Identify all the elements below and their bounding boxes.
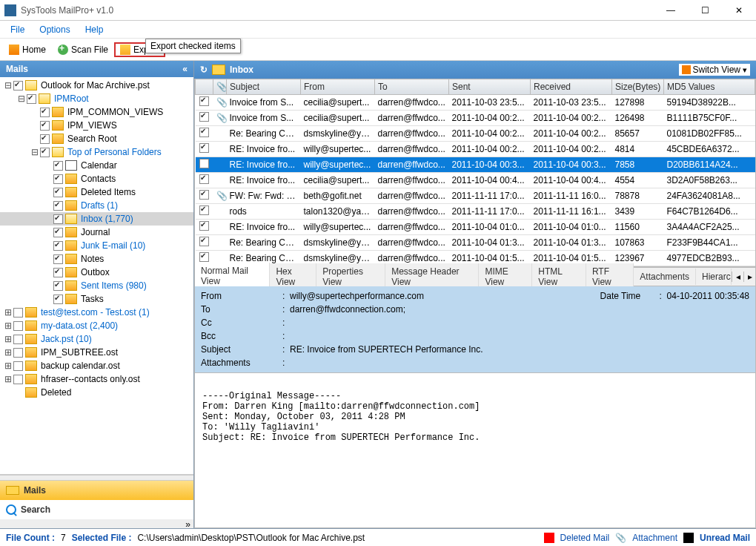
tree-ipm-common-views[interactable]: IPM_COMMON_VIEWS: [0, 105, 193, 119]
folder-tree[interactable]: ⊟Outlook for Mac Archive.pst ⊟IPMRoot IP…: [0, 77, 193, 474]
tree-tasks[interactable]: Tasks: [0, 292, 193, 306]
checkbox[interactable]: [40, 148, 50, 157]
row-checkbox[interactable]: [199, 112, 209, 122]
tree-sent[interactable]: Sent Items (980): [0, 279, 193, 292]
tree-file-backup[interactable]: ⊞backup calendar.ost: [0, 359, 193, 372]
checkbox[interactable]: [53, 281, 63, 291]
splitter-handle[interactable]: [0, 475, 193, 481]
mail-row[interactable]: RE: Invoice fro...willy@supertec...darre…: [196, 142, 755, 157]
col-sent[interactable]: Sent: [449, 79, 531, 95]
checkbox[interactable]: [53, 214, 63, 224]
tree-ipm-views[interactable]: IPM_VIEWS: [0, 119, 193, 132]
row-checkbox[interactable]: [199, 128, 209, 137]
col-to[interactable]: To: [375, 79, 449, 95]
tree-contacts[interactable]: Contacts: [0, 172, 193, 185]
checkbox[interactable]: [53, 188, 63, 197]
col-received[interactable]: Received: [531, 79, 612, 95]
tab-scroll-right[interactable]: ▸: [743, 272, 755, 282]
tree-journal[interactable]: Journal: [0, 226, 193, 239]
checkbox[interactable]: [53, 254, 63, 264]
row-checkbox[interactable]: [199, 174, 209, 184]
row-checkbox[interactable]: [199, 143, 209, 153]
checkbox[interactable]: [13, 375, 23, 384]
tree-file-ipm-subtree[interactable]: ⊞IPM_SUBTREE.ost: [0, 346, 193, 359]
row-attach-icon: [213, 220, 227, 235]
collapse-sidebar-icon[interactable]: «: [182, 64, 188, 74]
col-subject[interactable]: Subject: [227, 79, 301, 95]
tab-scroll-left[interactable]: ◂: [732, 272, 743, 282]
mail-row[interactable]: 📎Invoice from S...cecilia@supert...darre…: [196, 111, 755, 126]
checkbox[interactable]: [40, 108, 50, 117]
col-from[interactable]: From: [301, 79, 375, 95]
tree-file-jack[interactable]: ⊞Jack.pst (10): [0, 332, 193, 346]
tree-root[interactable]: ⊟Outlook for Mac Archive.pst: [0, 79, 193, 92]
tree-notes[interactable]: Notes: [0, 252, 193, 266]
mail-row[interactable]: 📎Invoice from S...cecilia@supert...darre…: [196, 95, 755, 111]
menu-file[interactable]: File: [3, 23, 32, 36]
nav-overflow[interactable]: »: [0, 519, 193, 528]
tree-calendar[interactable]: Calendar: [0, 159, 193, 172]
checkbox[interactable]: [53, 161, 63, 171]
maximize-button[interactable]: ☐: [688, 0, 722, 21]
row-checkbox[interactable]: [199, 205, 209, 215]
row-checkbox[interactable]: [199, 96, 209, 106]
tree-file-hfraser[interactable]: ⊞hfraser--contacts only.ost: [0, 372, 193, 386]
row-checkbox[interactable]: [199, 252, 209, 262]
mail-row[interactable]: 📎FW: Fw: Fwd: F...beth@gofit.netdarren@f…: [196, 188, 755, 204]
col-md5[interactable]: MD5 Values: [664, 79, 755, 95]
menu-help[interactable]: Help: [78, 23, 111, 36]
checkbox[interactable]: [53, 228, 63, 237]
minimize-button[interactable]: —: [654, 0, 688, 21]
mail-body[interactable]: -----Original Message----- From: Darren …: [194, 373, 756, 528]
mail-row[interactable]: RE: Invoice fro...willy@supertec...darre…: [196, 157, 755, 173]
mail-grid: 📎 Subject From To Sent Received Size(Byt…: [194, 79, 756, 267]
col-check[interactable]: [196, 79, 213, 95]
scan-file-button[interactable]: Scan File: [52, 43, 114, 56]
checkbox[interactable]: [13, 335, 23, 344]
checkbox[interactable]: [13, 361, 23, 371]
row-attach-icon: [213, 157, 227, 173]
tree-deleted[interactable]: Deleted: [0, 386, 193, 399]
tree-file-mydata[interactable]: ⊞my-data.ost (2,400): [0, 319, 193, 332]
checkbox[interactable]: [13, 308, 23, 318]
checkbox[interactable]: [40, 134, 50, 144]
tree-inbox[interactable]: Inbox (1,770): [0, 212, 193, 226]
tree-file-test[interactable]: ⊞test@test.com - Test.ost (1): [0, 306, 193, 319]
row-checkbox[interactable]: [199, 159, 209, 168]
mail-row[interactable]: RE: Invoice fro...willy@supertec...darre…: [196, 220, 755, 235]
checkbox[interactable]: [27, 94, 36, 104]
col-size[interactable]: Size(Bytes): [612, 79, 664, 95]
tab-attachments[interactable]: Attachments: [634, 269, 696, 285]
checkbox[interactable]: [53, 295, 63, 304]
checkbox[interactable]: [53, 241, 63, 251]
close-button[interactable]: ✕: [722, 0, 756, 21]
tree-top-personal[interactable]: ⊟Top of Personal Folders: [0, 145, 193, 159]
mail-row[interactable]: rodstalon1320@yah...darren@ffwdco...2011…: [196, 204, 755, 220]
nav-search[interactable]: Search: [0, 500, 193, 519]
checkbox[interactable]: [53, 174, 63, 184]
checkbox[interactable]: [53, 201, 63, 211]
row-checkbox[interactable]: [199, 221, 209, 231]
tab-hierarchy[interactable]: Hierarchy: [696, 269, 732, 285]
row-checkbox[interactable]: [199, 190, 209, 200]
tree-drafts[interactable]: Drafts (1): [0, 199, 193, 212]
checkbox[interactable]: [13, 81, 23, 91]
switch-view-button[interactable]: Switch View ▾: [679, 64, 750, 76]
tree-deleted-items[interactable]: Deleted Items: [0, 185, 193, 199]
tree-junk[interactable]: Junk E-mail (10): [0, 239, 193, 252]
row-checkbox[interactable]: [199, 237, 209, 246]
nav-mails[interactable]: Mails: [0, 481, 193, 500]
tree-search-root[interactable]: Search Root: [0, 132, 193, 145]
checkbox[interactable]: [13, 348, 23, 358]
col-attach[interactable]: 📎: [213, 79, 227, 95]
tree-outbox[interactable]: Outbox: [0, 266, 193, 279]
mail-row[interactable]: Re: Bearing Co...dsmskyline@ya...darren@…: [196, 126, 755, 142]
checkbox[interactable]: [53, 268, 63, 277]
tree-ipmroot[interactable]: ⊟IPMRoot: [0, 92, 193, 105]
mail-row[interactable]: Re: Bearing Co...dsmskyline@ya...darren@…: [196, 235, 755, 251]
checkbox[interactable]: [40, 121, 50, 131]
mail-row[interactable]: RE: Invoice fro...cecilia@supert...darre…: [196, 173, 755, 188]
home-button[interactable]: Home: [3, 43, 52, 56]
menu-options[interactable]: Options: [32, 23, 77, 36]
checkbox[interactable]: [13, 321, 23, 331]
